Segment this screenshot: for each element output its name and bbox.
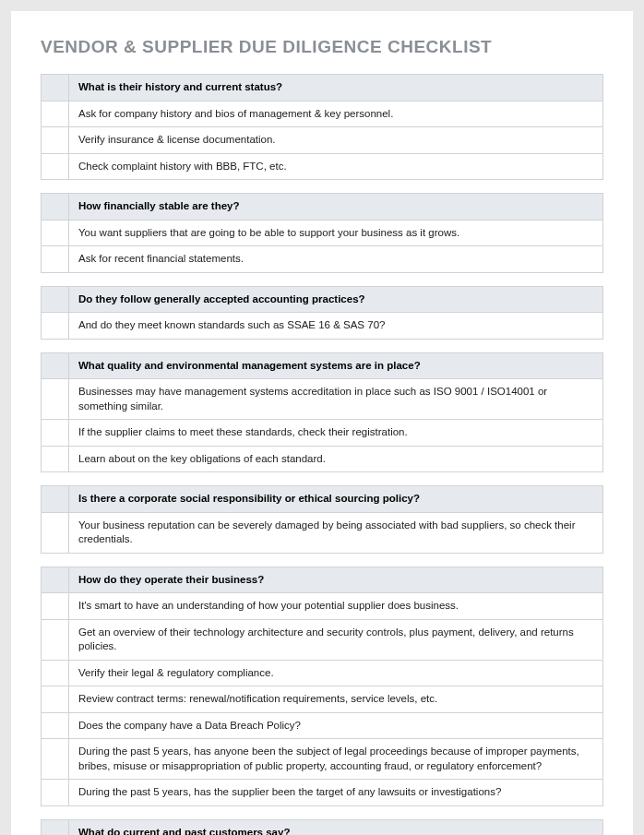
item-text: During the past 5 years, has anyone been… (69, 739, 602, 779)
item-checkbox-cell[interactable] (42, 127, 69, 153)
checklist-section: How do they operate their business?It's … (41, 567, 603, 806)
checklist-item-row: And do they meet known standards such as… (42, 313, 602, 340)
item-checkbox-cell[interactable] (42, 713, 69, 739)
header-checkbox-cell[interactable] (42, 287, 69, 313)
item-checkbox-cell[interactable] (42, 379, 69, 419)
checklist-item-row: Does the company have a Data Breach Poli… (42, 713, 602, 740)
item-checkbox-cell[interactable] (42, 513, 69, 553)
checklist-section: What is their history and current status… (41, 74, 603, 180)
checklist-section: How financially stable are they?You want… (41, 193, 603, 273)
item-text: It's smart to have an understanding of h… (69, 593, 602, 619)
checklist-item-row: It's smart to have an understanding of h… (42, 593, 602, 620)
section-header-row: How financially stable are they? (42, 194, 602, 221)
item-text: And do they meet known standards such as… (69, 313, 602, 339)
item-checkbox-cell[interactable] (42, 780, 69, 805)
section-header-text: What quality and environmental managemen… (69, 353, 602, 379)
item-text: Learn about on the key obligations of ea… (69, 447, 602, 472)
checklist-item-row: Learn about on the key obligations of ea… (42, 447, 602, 473)
item-text: Ask for recent financial statements. (69, 246, 602, 272)
header-checkbox-cell[interactable] (42, 567, 69, 593)
section-header-text: Do they follow generally accepted accoun… (69, 287, 602, 313)
item-checkbox-cell[interactable] (42, 246, 69, 272)
item-text: Businesses may have management systems a… (69, 379, 602, 419)
item-checkbox-cell[interactable] (42, 221, 69, 246)
section-header-text: What is their history and current status… (69, 75, 602, 101)
item-checkbox-cell[interactable] (42, 101, 69, 127)
checklist-item-row: Get an overview of their technology arch… (42, 620, 602, 661)
header-checkbox-cell[interactable] (42, 820, 69, 835)
item-checkbox-cell[interactable] (42, 154, 69, 180)
section-header-row: How do they operate their business? (42, 567, 602, 594)
item-text: Verify their legal & regulatory complian… (69, 661, 602, 686)
header-checkbox-cell[interactable] (42, 353, 69, 379)
item-text: Your business reputation can be severely… (69, 513, 602, 553)
item-checkbox-cell[interactable] (42, 620, 69, 660)
item-text: Check complaint history with BBB, FTC, e… (69, 154, 602, 180)
item-text: During the past 5 years, has the supplie… (69, 780, 602, 805)
checklist-item-row: Check complaint history with BBB, FTC, e… (42, 154, 602, 181)
item-checkbox-cell[interactable] (42, 313, 69, 339)
checklist-item-row: If the supplier claims to meet these sta… (42, 420, 602, 447)
section-header-row: What is their history and current status… (42, 75, 602, 101)
section-header-text: How financially stable are they? (69, 194, 602, 220)
section-header-text: How do they operate their business? (69, 567, 602, 593)
item-text: Ask for company history and bios of mana… (69, 101, 602, 127)
item-text: Review contract terms: renewal/notificat… (69, 686, 602, 712)
sections-container: What is their history and current status… (41, 74, 603, 835)
item-checkbox-cell[interactable] (42, 593, 69, 619)
checklist-item-row: During the past 5 years, has anyone been… (42, 739, 602, 780)
checklist-item-row: During the past 5 years, has the supplie… (42, 780, 602, 806)
header-checkbox-cell[interactable] (42, 486, 69, 512)
item-checkbox-cell[interactable] (42, 739, 69, 779)
section-header-text: Is there a corporate social responsibili… (69, 486, 602, 512)
item-checkbox-cell[interactable] (42, 686, 69, 712)
section-header-row: What quality and environmental managemen… (42, 353, 602, 380)
checklist-section: What quality and environmental managemen… (41, 352, 603, 473)
item-text: If the supplier claims to meet these sta… (69, 420, 602, 446)
document-page: VENDOR & SUPPLIER DUE DILIGENCE CHECKLIS… (11, 11, 633, 835)
page-title: VENDOR & SUPPLIER DUE DILIGENCE CHECKLIS… (41, 37, 603, 57)
checklist-item-row: Verify their legal & regulatory complian… (42, 661, 602, 687)
checklist-item-row: You want suppliers that are going to be … (42, 221, 602, 247)
checklist-section: Is there a corporate social responsibili… (41, 485, 603, 554)
header-checkbox-cell[interactable] (42, 75, 69, 101)
section-header-row: Is there a corporate social responsibili… (42, 486, 602, 513)
item-checkbox-cell[interactable] (42, 661, 69, 686)
item-text: Does the company have a Data Breach Poli… (69, 713, 602, 739)
section-header-row: What do current and past customers say? (42, 820, 602, 835)
item-checkbox-cell[interactable] (42, 420, 69, 446)
section-header-text: What do current and past customers say? (69, 820, 602, 835)
checklist-item-row: Your business reputation can be severely… (42, 513, 602, 554)
checklist-item-row: Ask for recent financial statements. (42, 246, 602, 273)
checklist-item-row: Verify insurance & license documentation… (42, 127, 602, 154)
item-text: You want suppliers that are going to be … (69, 221, 602, 246)
header-checkbox-cell[interactable] (42, 194, 69, 220)
checklist-item-row: Review contract terms: renewal/notificat… (42, 686, 602, 713)
checklist-item-row: Businesses may have management systems a… (42, 379, 602, 420)
section-header-row: Do they follow generally accepted accoun… (42, 287, 602, 314)
item-text: Get an overview of their technology arch… (69, 620, 602, 660)
checklist-item-row: Ask for company history and bios of mana… (42, 101, 602, 128)
item-checkbox-cell[interactable] (42, 447, 69, 472)
checklist-section: Do they follow generally accepted accoun… (41, 286, 603, 340)
item-text: Verify insurance & license documentation… (69, 127, 602, 153)
checklist-section: What do current and past customers say?A… (41, 819, 603, 835)
